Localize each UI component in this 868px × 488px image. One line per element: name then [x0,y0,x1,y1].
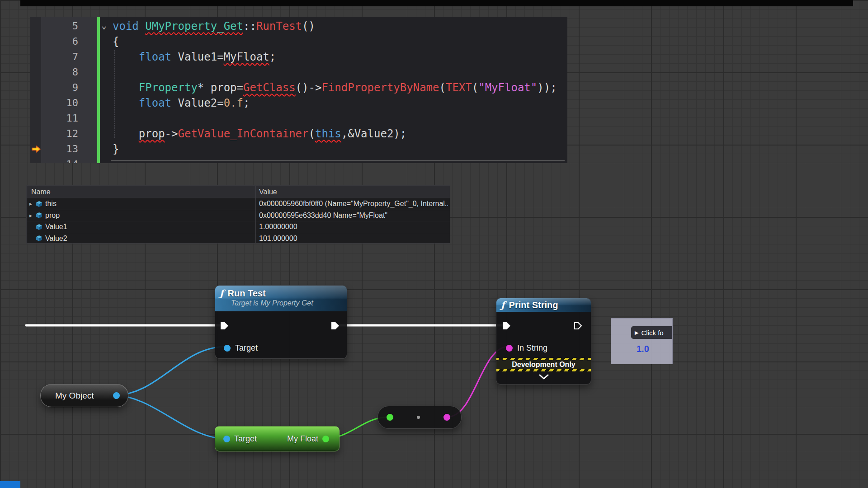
conversion-in-pin[interactable] [387,414,393,421]
code-token: GetClass [243,81,296,94]
code-line: float Value2=0.f; [113,95,567,111]
exec-out-pin[interactable] [574,322,583,330]
watch-column-divider[interactable] [255,186,256,243]
fold-chevron-icon[interactable]: ⌄ [101,18,107,33]
line-number[interactable]: 8 [41,65,97,80]
code-token [113,97,139,109]
expander-icon[interactable]: ▸ [27,212,36,219]
node-my-object[interactable]: My Object [40,384,128,407]
target-pin-label: Target [235,343,258,353]
target-pin[interactable] [224,345,231,352]
code-token: prop [139,127,165,140]
watch-name: prop [45,211,60,220]
node-print-string[interactable]: ƒ Print String In String Development Onl… [496,298,591,385]
code-token [113,51,139,63]
my-float-pin-label: My Float [287,434,318,444]
variable-icon [36,201,45,207]
watch-name: this [45,200,57,208]
code-token: :: [243,20,256,33]
hint-label: Click fo [641,329,663,337]
exec-out-pin[interactable] [331,322,340,330]
object-wire-to-getter[interactable] [113,395,226,439]
line-number[interactable]: 6 [41,34,97,49]
target-pin-label: Target [234,434,257,444]
code-token: ( [472,81,478,94]
target-pin[interactable] [223,436,230,442]
watch-window[interactable]: Name Value ▸this0x000005960fbf0ff0 (Name… [26,185,450,244]
code-line: float Value1=MyFloat; [113,49,567,65]
code-token: FProperty [139,81,198,94]
editor-scrollbar[interactable] [111,160,565,161]
object-wire-to-runtest[interactable] [113,347,226,395]
code-token: this [315,127,341,140]
breakpoint-margin[interactable] [30,17,41,163]
print-string-header[interactable]: ƒ Print String [496,298,591,312]
window-top-edge [20,0,853,6]
code-token: FindPropertyByName [321,81,439,94]
line-number-gutter[interactable]: 567891011121314 [41,17,97,163]
line-number[interactable]: 12 [41,126,97,141]
node-my-float-getter[interactable]: Target My Float [215,426,340,451]
watch-column-name[interactable]: Name [27,188,51,196]
watch-row[interactable]: ▸this0x000005960fbf0ff0 (Name="MyPropert… [27,198,450,210]
code-token [113,81,139,94]
node-float-to-string[interactable] [377,406,462,429]
code-token: ()-> [296,81,322,94]
code-token: ; [243,97,250,109]
code-line: prop->GetValue_InContainer(this,&Value2)… [113,126,567,141]
watch-header-row: Name Value [27,186,450,198]
code-token: ; [269,51,276,63]
code-token: * prop= [198,81,243,94]
watch-value: 0x000005960fbf0ff0 (Name="MyProperty_Get… [259,200,448,208]
code-line [113,111,567,126]
code-token: float [139,51,171,63]
line-number[interactable]: 13 [41,141,97,157]
code-token: { [113,35,119,48]
watch-row[interactable]: Value11.00000000 [27,221,450,233]
code-editor[interactable]: 567891011121314 ⌄void UMyProperty_Get::R… [30,17,567,163]
expand-chevron-icon[interactable] [539,374,549,382]
watch-column-value[interactable]: Value [259,188,448,196]
in-string-pin[interactable] [506,345,513,352]
code-token: void [113,20,139,33]
click-for-info-button[interactable]: ▶ Click fo [631,326,672,339]
node-subtitle: Target is My Property Get [215,299,347,307]
line-number[interactable]: 9 [41,80,97,95]
code-token: ( [439,81,445,94]
code-token: UMyProperty_Get [145,20,243,33]
code-token: () [302,20,315,33]
watch-row[interactable]: ▸prop0x00000595e633dd40 Name="MyFloat" [27,210,450,221]
line-number[interactable]: 10 [41,95,97,111]
watch-value: 101.000000 [259,235,448,243]
development-only-banner: Development Only [496,358,591,371]
node-run-test[interactable]: ƒ Run Test Target is My Property Get Tar… [215,285,347,359]
code-text-area[interactable]: ⌄void UMyProperty_Get::RunTest(){ float … [100,17,567,163]
debug-value-popup: ▶ Click fo 1.0 [611,318,673,364]
watch-row[interactable]: Value2101.000000 [27,233,450,244]
run-test-header[interactable]: ƒ Run Test Target is My Property Get [215,286,347,311]
line-number[interactable]: 7 [41,49,97,65]
variable-icon [36,212,45,219]
line-number[interactable]: 11 [41,111,97,126]
code-line: { [113,34,567,49]
code-token: )); [537,81,557,94]
hazard-stripe [496,369,591,371]
code-token: ,&Value2); [341,127,407,140]
expander-icon[interactable]: ▸ [27,201,36,207]
exec-in-pin[interactable] [220,322,229,330]
line-number[interactable]: 5 [41,19,97,34]
watch-value: 0x00000595e633dd40 Name="MyFloat" [259,211,448,220]
line-number[interactable]: 14 [41,157,97,163]
my-float-out-pin[interactable] [322,436,329,442]
development-only-label: Development Only [496,360,591,369]
conversion-out-pin[interactable] [443,414,450,421]
code-token: "MyFloat" [478,81,537,94]
code-token: float [139,97,171,109]
play-icon: ▶ [635,330,638,336]
exec-in-pin[interactable] [502,322,511,330]
my-object-out-pin[interactable] [113,392,120,399]
function-icon: ƒ [501,300,505,310]
code-line: } [113,141,567,157]
blueprint-canvas[interactable]: 567891011121314 ⌄void UMyProperty_Get::R… [0,0,868,488]
code-line: FProperty* prop=GetClass()->FindProperty… [113,80,567,95]
